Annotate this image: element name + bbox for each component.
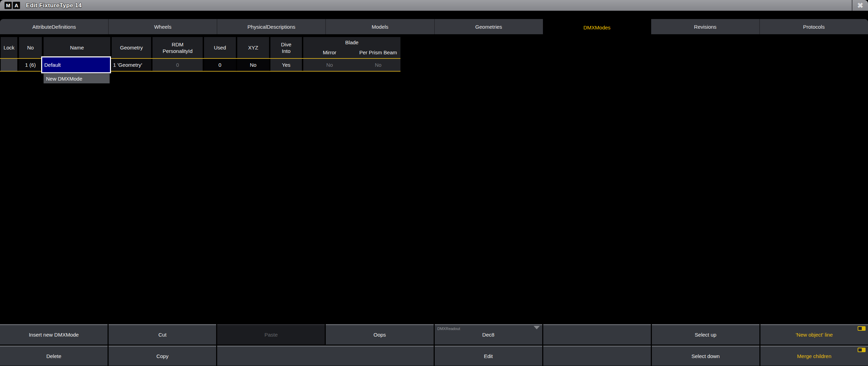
- cell-lock[interactable]: [1, 59, 17, 71]
- dropdown-arrow-icon: [534, 326, 540, 329]
- titlebar: M A Edit FixtureType 14 ✖: [0, 0, 868, 11]
- tab-dmxmodes[interactable]: DMXModes: [543, 18, 651, 37]
- delete-button[interactable]: Delete: [0, 346, 108, 366]
- dmxreadout-combo-button[interactable]: DMXReadout Dec8: [435, 324, 542, 345]
- cell-geometry[interactable]: 1 'Geometry': [112, 59, 151, 71]
- tab-revisions[interactable]: Revisions: [651, 19, 760, 34]
- column-header-per-prism-beam: Per Prism Beam: [356, 49, 400, 56]
- tab-physicaldescriptions[interactable]: PhysicalDescriptions: [217, 19, 326, 34]
- cell-blade-per-prism-beam[interactable]: No: [356, 59, 400, 71]
- tab-models[interactable]: Models: [326, 19, 434, 34]
- column-header-lock: Lock: [1, 37, 17, 58]
- ma-logo-a: A: [13, 2, 20, 9]
- select-down-button[interactable]: Select down: [652, 346, 759, 366]
- dmxreadout-combo-label: DMXReadout: [437, 327, 460, 331]
- copy-button[interactable]: Copy: [109, 346, 216, 366]
- tab-wheels[interactable]: Wheels: [109, 19, 217, 34]
- ma-logo: M A: [4, 2, 20, 9]
- cell-used[interactable]: 0: [204, 59, 236, 71]
- dmxmodes-table: Lock No Name Geometry RDM PersonalityId …: [0, 37, 401, 84]
- cut-button[interactable]: Cut: [109, 324, 216, 345]
- column-header-name: Name: [44, 37, 110, 58]
- ma-logo-m: M: [4, 2, 12, 9]
- cell-xyz[interactable]: No: [237, 59, 269, 71]
- dmxreadout-combo-value: Dec8: [482, 332, 495, 338]
- toggle-indicator-icon: [858, 348, 866, 352]
- empty-button-row2: [543, 346, 651, 366]
- new-object-line-label: 'New object' line: [796, 332, 833, 338]
- column-header-dive-into: Dive Into: [270, 37, 302, 58]
- edit-button[interactable]: Edit: [435, 346, 542, 366]
- cell-blade-mirror[interactable]: No: [303, 59, 356, 71]
- column-header-xyz: XYZ: [237, 37, 269, 58]
- tab-bar: AttributeDefinitions Wheels PhysicalDesc…: [0, 19, 868, 34]
- tab-geometries[interactable]: Geometries: [435, 19, 543, 34]
- tab-protocols[interactable]: Protocols: [760, 19, 868, 34]
- cell-dive-into[interactable]: Yes: [270, 59, 302, 71]
- button-bar: Insert new DMXMode Cut Paste Oops DMXRea…: [0, 324, 868, 366]
- column-header-rdm-personalityid: RDM PersonalityId: [153, 37, 203, 58]
- toggle-indicator-icon: [858, 326, 866, 331]
- close-icon[interactable]: ✖: [852, 0, 868, 11]
- empty-wide-button: [217, 346, 433, 366]
- empty-button-row1: [543, 324, 651, 345]
- merge-children-button[interactable]: Merge children: [760, 346, 868, 366]
- name-edit-input[interactable]: [41, 56, 111, 73]
- tab-attributedefinitions[interactable]: AttributeDefinitions: [0, 19, 109, 34]
- oops-button[interactable]: Oops: [326, 324, 433, 345]
- new-object-line-button[interactable]: 'New object' line: [760, 324, 868, 345]
- column-header-geometry: Geometry: [112, 37, 151, 58]
- column-header-mirror: Mirror: [303, 49, 356, 56]
- insert-new-dmxmode-button[interactable]: Insert new DMXMode: [0, 324, 108, 345]
- column-header-blade-group: Blade Mirror Per Prism Beam: [303, 37, 400, 58]
- column-header-used: Used: [204, 37, 236, 58]
- select-up-button[interactable]: Select up: [652, 324, 759, 345]
- cell-rdm-personalityid[interactable]: 0: [153, 59, 203, 71]
- column-header-no: No: [19, 37, 42, 58]
- dropdown-item-new-dmxmode[interactable]: New DMXMode: [44, 74, 110, 83]
- cell-no[interactable]: 1 (6): [19, 59, 42, 71]
- edit-fixturetype-window: M A Edit FixtureType 14 ✖ AttributeDefin…: [0, 0, 868, 366]
- merge-children-label: Merge children: [797, 353, 831, 359]
- column-header-blade: Blade: [345, 39, 358, 46]
- window-title: Edit FixtureType 14: [26, 2, 82, 9]
- paste-button[interactable]: Paste: [217, 324, 325, 345]
